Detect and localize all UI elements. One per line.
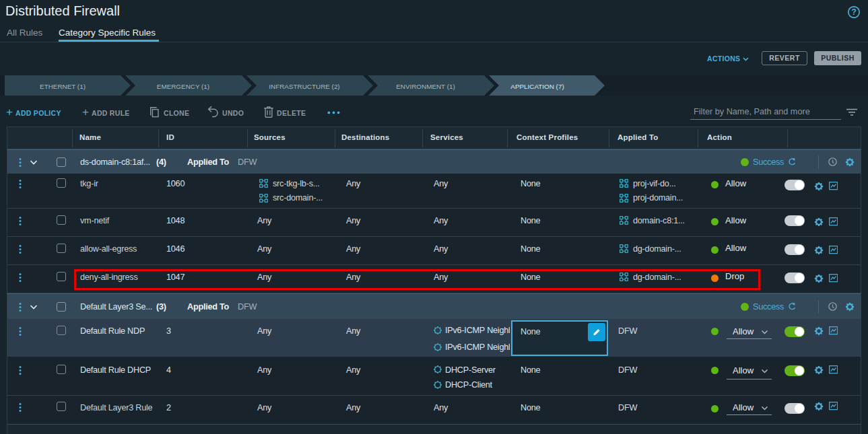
svg-text:EMERGENCY (1): EMERGENCY (1) [157,83,209,90]
svg-text:APPLICATION (7): APPLICATION (7) [510,83,564,90]
svg-text:?: ? [851,7,857,17]
svg-text:INFRASTRUCTURE (2): INFRASTRUCTURE (2) [269,83,339,90]
svg-text:ENVIRONMENT (1): ENVIRONMENT (1) [396,83,455,90]
svg-text:ETHERNET (1): ETHERNET (1) [40,83,86,90]
